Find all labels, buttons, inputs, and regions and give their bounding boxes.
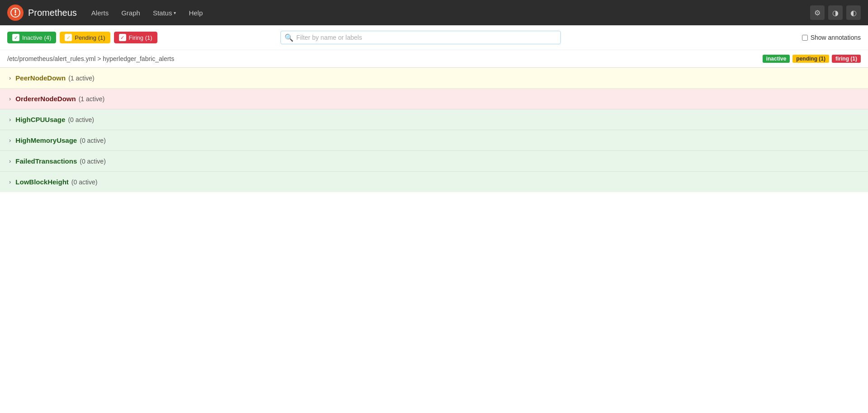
alert-count: (1 active) bbox=[79, 95, 105, 103]
alert-count: (0 active) bbox=[68, 116, 94, 123]
nav-status-label: Status bbox=[153, 9, 172, 17]
chevron-right-icon: › bbox=[9, 137, 11, 144]
chevron-right-icon: › bbox=[9, 75, 11, 81]
navbar-nav: Alerts Graph Status ▾ Help bbox=[86, 6, 208, 19]
alerts-toolbar: ✓ Inactive (4) ✓ Pending (1) ✓ Firing (1… bbox=[0, 25, 868, 50]
firing-check-icon: ✓ bbox=[119, 34, 126, 41]
inactive-filter-button[interactable]: ✓ Inactive (4) bbox=[7, 32, 56, 43]
alert-name: HighMemoryUsage bbox=[15, 136, 77, 144]
search-input[interactable] bbox=[296, 31, 557, 44]
chevron-right-icon: › bbox=[9, 178, 11, 185]
nav-alerts[interactable]: Alerts bbox=[86, 6, 114, 19]
alerts-list: › PeerNodeDown (1 active) › OrdererNodeD… bbox=[0, 68, 868, 192]
alert-count: (0 active) bbox=[71, 178, 98, 186]
gear-button[interactable]: ⚙ bbox=[810, 5, 825, 20]
rule-group-badges: inactive pending (1) firing (1) bbox=[763, 55, 861, 63]
alert-row[interactable]: › LowBlockHeight (0 active) bbox=[0, 172, 868, 192]
alert-row[interactable]: › FailedTransactions (0 active) bbox=[0, 151, 868, 172]
alert-count: (1 active) bbox=[68, 75, 95, 82]
pending-check-icon: ✓ bbox=[65, 34, 72, 41]
alert-row[interactable]: › PeerNodeDown (1 active) bbox=[0, 68, 868, 89]
status-dropdown-arrow-icon: ▾ bbox=[174, 10, 176, 15]
alert-row[interactable]: › OrdererNodeDown (1 active) bbox=[0, 89, 868, 109]
alert-row[interactable]: › HighMemoryUsage (0 active) bbox=[0, 130, 868, 151]
theme-contrast-button[interactable]: ◐ bbox=[846, 5, 861, 20]
svg-point-2 bbox=[14, 14, 16, 15]
show-annotations-checkbox[interactable] bbox=[802, 35, 808, 41]
alert-name: PeerNodeDown bbox=[15, 74, 66, 82]
alert-count: (0 active) bbox=[80, 158, 106, 165]
search-icon: 🔍 bbox=[285, 33, 294, 42]
brand-link[interactable]: Prometheus bbox=[7, 5, 77, 21]
alert-row[interactable]: › HighCPUUsage (0 active) bbox=[0, 109, 868, 130]
alert-name: OrdererNodeDown bbox=[15, 95, 76, 103]
nav-graph[interactable]: Graph bbox=[116, 6, 146, 19]
firing-filter-button[interactable]: ✓ Firing (1) bbox=[114, 32, 157, 43]
chevron-right-icon: › bbox=[9, 95, 11, 102]
chevron-right-icon: › bbox=[9, 116, 11, 123]
filter-badges: ✓ Inactive (4) ✓ Pending (1) ✓ Firing (1… bbox=[7, 32, 157, 43]
nav-help[interactable]: Help bbox=[183, 6, 208, 19]
chevron-right-icon: › bbox=[9, 158, 11, 164]
contrast-icon: ◐ bbox=[850, 9, 857, 17]
rg-badge-inactive: inactive bbox=[763, 55, 790, 63]
alert-name: HighCPUUsage bbox=[15, 116, 65, 123]
show-annotations-label[interactable]: Show annotations bbox=[802, 34, 861, 41]
show-annotations-text: Show annotations bbox=[811, 34, 861, 41]
rg-badge-firing: firing (1) bbox=[832, 55, 861, 63]
search-wrapper: 🔍 bbox=[280, 31, 561, 44]
rule-group-header: /etc/prometheus/alert_rules.yml > hyperl… bbox=[0, 50, 868, 68]
navbar: Prometheus Alerts Graph Status ▾ Help ⚙ … bbox=[0, 0, 868, 25]
moon-icon: ◑ bbox=[832, 9, 839, 17]
nav-status-dropdown[interactable]: Status ▾ bbox=[147, 6, 182, 19]
navbar-right: ⚙ ◑ ◐ bbox=[810, 5, 861, 20]
brand-title: Prometheus bbox=[28, 8, 77, 18]
alert-count: (0 active) bbox=[80, 137, 106, 144]
inactive-check-icon: ✓ bbox=[12, 34, 19, 41]
rule-group-path: /etc/prometheus/alert_rules.yml > hyperl… bbox=[7, 55, 174, 62]
firing-label: Firing (1) bbox=[129, 34, 152, 41]
rg-badge-pending: pending (1) bbox=[792, 55, 829, 63]
prometheus-logo-icon bbox=[7, 5, 24, 21]
alert-name: LowBlockHeight bbox=[15, 178, 69, 186]
alert-name: FailedTransactions bbox=[15, 157, 77, 165]
pending-label: Pending (1) bbox=[75, 34, 105, 41]
inactive-label: Inactive (4) bbox=[22, 34, 51, 41]
pending-filter-button[interactable]: ✓ Pending (1) bbox=[60, 32, 110, 43]
svg-rect-1 bbox=[15, 9, 16, 13]
gear-icon: ⚙ bbox=[814, 9, 821, 17]
theme-moon-button[interactable]: ◑ bbox=[828, 5, 843, 20]
